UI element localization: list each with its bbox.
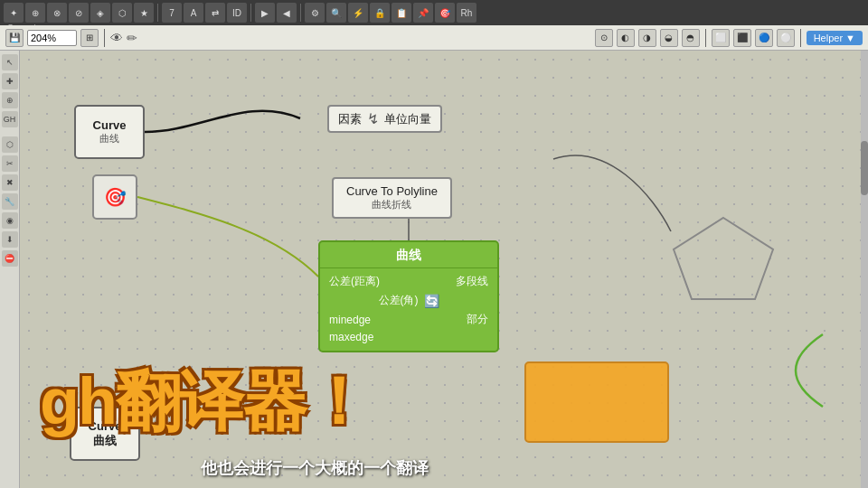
lt-icon-3[interactable]: ⊕ [2,92,18,108]
view-btn3[interactable]: ◑ [638,29,656,47]
sep-t2b [705,29,706,47]
toolbar-icon-2[interactable]: ⊕ [25,3,45,23]
sep-3 [300,4,301,22]
green-row3-right: 部分 [467,312,488,327]
panel-btn1[interactable]: ⬜ [712,29,730,47]
toolbar-icon-11[interactable]: ▶ [255,3,275,23]
toolbar-icon-8[interactable]: 7 [162,3,182,23]
toolbar-icon-16[interactable]: 🔒 [370,3,390,23]
zoom-input[interactable] [27,30,77,46]
lt-icon-10[interactable]: ⬇ [2,231,18,248]
curve-node-top[interactable]: Curve 曲线 [74,105,145,159]
toolbar-icon-17[interactable]: 📋 [392,3,411,23]
sep-t2 [104,29,105,47]
toolbar-icon-10[interactable]: ⇄ [205,3,225,23]
ctp-subtitle: 曲线折线 [346,198,438,211]
ctp-node[interactable]: Curve To Polyline 曲线折线 [332,177,452,219]
green-row4: maxedge [329,331,373,343]
lt-icon-2[interactable]: ✚ [2,73,18,89]
pentagon-shape [669,213,778,304]
lt-icon-11[interactable]: ⛔ [2,250,18,267]
green-row-4: maxedge [320,329,497,345]
toolbar-icon-12[interactable]: ◀ [277,3,297,23]
lt-icon-4[interactable]: GH [2,111,18,127]
green-node[interactable]: 曲线 公差(距离) 多段线 公差(角) 🔄 minedge 部分 maxedge [318,240,499,352]
helper-button[interactable]: Helper ▼ [807,31,863,45]
grasshopper-canvas[interactable]: Curve 曲线 🎯 因素 ↯ 单位向量 Curve To Polyline 曲… [20,51,868,488]
view-btn1[interactable]: ⊙ [595,29,613,47]
green-row1-left: 公差(距离) [329,274,380,289]
eye-icon[interactable]: 👁 [110,31,123,45]
toolbar-icon-15[interactable]: ⚡ [348,3,368,23]
green-row3-left: minedge [329,314,371,326]
zoom-fit[interactable]: ⊞ [80,29,99,47]
green-row2-icon: 🔄 [424,294,439,308]
green-row2-center: 公差(角) [379,293,419,308]
factor-node[interactable]: 因素 ↯ 单位向量 [327,105,442,133]
toolbar-icon-9[interactable]: A [184,3,203,23]
main-toolbar[interactable]: Geometry ✦ ⊕ ⊗ ⊘ ◈ ⬡ ★ 7 A ⇄ ID ▶ ◀ ⚙ 🔍 … [0,0,868,25]
lt-icon-8[interactable]: 🔧 [2,193,18,210]
factor-icon: ↯ [367,110,379,127]
factor-label: 因素 [338,111,362,127]
left-toolbar: ↖ ✚ ⊕ GH ⬡ ✂ ✖ 🔧 ◉ ⬇ ⛔ [0,51,20,488]
toolbar-icon-18[interactable]: 📌 [413,3,433,23]
pen-icon[interactable]: ✏ [127,31,137,45]
green-row-3: minedge 部分 [320,310,497,329]
toolbar-icon-4[interactable]: ⊘ [69,3,89,23]
lt-icon-5[interactable]: ⬡ [2,136,18,153]
factor-label2: 单位向量 [384,111,431,127]
panel-btn3[interactable]: 🔵 [755,29,773,47]
secondary-toolbar: 💾 ⊞ 👁 ✏ ⊙ ◐ ◑ ◒ ◓ ⬜ ⬛ 🔵 ⚪ Helper ▼ [0,25,868,51]
view-btn5[interactable]: ◓ [682,29,700,47]
toolbar-icon-id[interactable]: ID [227,3,247,23]
sep-t2c [800,29,801,47]
curve-node-title: Curve [93,118,127,132]
lt-icon-7[interactable]: ✖ [2,174,18,191]
toolbar-icon-14[interactable]: 🔍 [326,3,346,23]
view-btn2[interactable]: ◐ [617,29,635,47]
green-row-1: 公差(距离) 多段线 [320,272,497,291]
right-arc-shape [760,325,832,416]
toolbar-icon-19[interactable]: 🎯 [435,3,455,23]
toolbar-icon-6[interactable]: ⬡ [112,3,132,23]
subtitle-overlay-text: 他也会进行一个大概的一个翻译 [201,457,429,479]
svg-marker-0 [674,218,773,299]
sep-2 [250,4,251,22]
icon-node[interactable]: 🎯 [92,174,137,220]
sep-1 [157,4,158,22]
panel-btn2[interactable]: ⬛ [733,29,751,47]
toolbar-icon-7[interactable]: ★ [134,3,154,23]
icon-node-symbol: 🎯 [104,186,127,208]
vertical-scrollbar[interactable] [861,51,868,488]
toolbar-icon-1[interactable]: ✦ [4,3,24,23]
scrollbar-thumb[interactable] [861,141,868,195]
green-node-title: 曲线 [320,248,497,268]
curve-node-subtitle: 曲线 [99,132,119,145]
green-row-2: 公差(角) 🔄 [320,291,497,310]
big-overlay-text: gh翻译器！ [40,369,582,434]
lt-icon-9[interactable]: ◉ [2,212,18,229]
toolbar-icon-20[interactable]: Rh [457,3,476,23]
panel-btn4[interactable]: ⚪ [777,29,795,47]
ctp-title: Curve To Polyline [346,184,438,198]
toolbar-icon-3[interactable]: ⊗ [47,3,67,23]
save-button[interactable]: 💾 [5,29,24,47]
view-btn4[interactable]: ◒ [660,29,678,47]
lt-icon-6[interactable]: ✂ [2,155,18,172]
green-row1-right: 多段线 [456,274,488,289]
lt-icon-1[interactable]: ↖ [2,54,18,70]
toolbar-icon-5[interactable]: ◈ [90,3,110,23]
toolbar-icon-13[interactable]: ⚙ [305,3,325,23]
